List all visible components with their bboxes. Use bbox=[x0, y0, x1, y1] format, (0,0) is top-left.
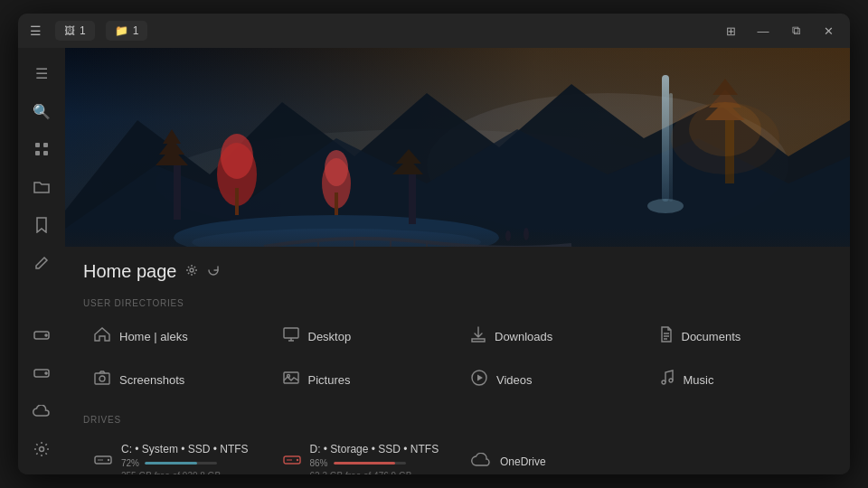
page-refresh-icon[interactable] bbox=[207, 264, 220, 279]
dir-documents[interactable]: Documents bbox=[649, 317, 833, 355]
onedrive-info: OneDrive bbox=[500, 455, 546, 468]
drive-c-name: C: • System • SSD • NTFS bbox=[121, 443, 249, 455]
svg-rect-18 bbox=[669, 93, 673, 202]
titlebar: ☰ 🖼 1 📁 1 ⊞ — ⧉ ✕ bbox=[18, 14, 850, 48]
desktop-icon bbox=[283, 327, 299, 345]
drive-d-bar-fill bbox=[334, 462, 396, 465]
drive-c-bar-fill bbox=[145, 462, 197, 465]
drive-c-size: 255 GB free of 930.8 GB bbox=[121, 471, 249, 474]
page-settings-icon[interactable] bbox=[185, 264, 198, 279]
sidebar-search-icon[interactable]: 🔍 bbox=[25, 95, 58, 127]
svg-rect-35 bbox=[235, 188, 239, 215]
sidebar-edit-icon[interactable] bbox=[25, 247, 58, 279]
svg-point-63 bbox=[296, 459, 297, 461]
page-title: Home page bbox=[83, 261, 176, 282]
dir-documents-name: Documents bbox=[682, 330, 741, 343]
svg-rect-0 bbox=[35, 143, 40, 147]
screenshots-icon bbox=[94, 371, 110, 389]
drive-c-pct: 72% bbox=[121, 458, 139, 468]
dir-pictures-name: Pictures bbox=[308, 373, 351, 387]
svg-point-32 bbox=[671, 102, 779, 174]
svg-point-52 bbox=[99, 376, 105, 381]
drive-d-item[interactable]: D: • Storage • SSD • NTFS 86% 62.3 GB fr… bbox=[272, 434, 456, 474]
svg-rect-3 bbox=[43, 151, 48, 155]
onedrive-name: OneDrive bbox=[500, 455, 546, 468]
sidebar: ☰ 🔍 bbox=[18, 48, 65, 474]
dir-downloads-name: Downloads bbox=[495, 330, 552, 343]
drive-d-name: D: • Storage • SSD • NTFS bbox=[310, 443, 439, 455]
onedrive-item[interactable]: OneDrive bbox=[460, 434, 644, 474]
drives-grid: C: • System • SSD • NTFS 72% 255 GB free… bbox=[83, 434, 832, 474]
page-content: Home page USER DI bbox=[65, 247, 850, 474]
tab1-icon: 🖼 bbox=[64, 24, 75, 37]
main-area: ☰ 🔍 bbox=[18, 48, 850, 474]
svg-rect-2 bbox=[35, 151, 40, 155]
tab-1[interactable]: 🖼 1 bbox=[55, 21, 95, 41]
close-button[interactable]: ✕ bbox=[816, 18, 841, 43]
sidebar-folder-icon[interactable] bbox=[25, 171, 58, 203]
restore-button[interactable]: ⧉ bbox=[783, 18, 808, 43]
dir-screenshots-name: Screenshots bbox=[119, 373, 184, 387]
music-icon bbox=[660, 370, 675, 389]
dir-music[interactable]: Music bbox=[649, 361, 833, 399]
drive-c-info: C: • System • SSD • NTFS 72% 255 GB free… bbox=[121, 443, 249, 474]
dir-desktop-name: Desktop bbox=[308, 330, 352, 343]
svg-rect-1 bbox=[43, 143, 48, 147]
onedrive-icon bbox=[471, 453, 491, 471]
svg-point-5 bbox=[45, 334, 47, 336]
home-icon bbox=[94, 327, 110, 345]
sidebar-bookmark-icon[interactable] bbox=[25, 209, 58, 241]
tab2-icon: 📁 bbox=[115, 24, 128, 37]
drive-c-icon bbox=[94, 452, 112, 472]
svg-point-34 bbox=[221, 134, 253, 179]
sidebar-cloud-icon[interactable] bbox=[25, 395, 58, 427]
grid-button[interactable]: ⊞ bbox=[718, 18, 743, 43]
svg-point-7 bbox=[45, 372, 47, 374]
svg-point-49 bbox=[190, 268, 193, 272]
user-directories-label: USER DIRECTORIES bbox=[83, 298, 832, 308]
svg-rect-50 bbox=[284, 328, 298, 338]
dir-home[interactable]: Home | aleks bbox=[83, 317, 267, 355]
svg-rect-51 bbox=[95, 373, 109, 384]
svg-rect-20 bbox=[174, 165, 181, 220]
drive-d-icon bbox=[283, 452, 301, 472]
tab2-count: 1 bbox=[133, 24, 139, 37]
documents-icon bbox=[660, 326, 673, 346]
dir-screenshots[interactable]: Screenshots bbox=[83, 361, 267, 399]
menu-icon[interactable]: ☰ bbox=[27, 21, 44, 41]
svg-rect-24 bbox=[409, 174, 416, 224]
dir-desktop[interactable]: Desktop bbox=[272, 317, 456, 355]
minimize-button[interactable]: — bbox=[750, 18, 776, 43]
content-area: Home page USER DI bbox=[65, 48, 850, 474]
sidebar-drive2-icon[interactable] bbox=[25, 357, 58, 389]
svg-point-8 bbox=[40, 447, 44, 452]
drive-c-item[interactable]: C: • System • SSD • NTFS 72% 255 GB free… bbox=[83, 434, 267, 474]
svg-point-57 bbox=[662, 380, 665, 384]
drive-c-bar-row: 72% bbox=[121, 458, 249, 468]
drive-d-bar-bg bbox=[334, 462, 406, 465]
svg-point-58 bbox=[669, 379, 673, 382]
app-window: ☰ 🖼 1 📁 1 ⊞ — ⧉ ✕ ☰ 🔍 bbox=[18, 14, 850, 474]
tab-2[interactable]: 📁 1 bbox=[106, 21, 148, 41]
svg-point-60 bbox=[108, 459, 109, 461]
svg-rect-38 bbox=[335, 192, 338, 215]
sidebar-settings-icon[interactable] bbox=[25, 433, 58, 465]
dir-videos[interactable]: Videos bbox=[460, 361, 644, 399]
pictures-icon bbox=[283, 371, 299, 389]
drive-d-pct: 86% bbox=[310, 458, 328, 468]
titlebar-right: ⊞ — ⧉ ✕ bbox=[718, 18, 841, 43]
dir-pictures[interactable]: Pictures bbox=[272, 361, 456, 399]
drive-c-bar-bg bbox=[145, 462, 217, 465]
titlebar-left: ☰ 🖼 1 📁 1 bbox=[27, 21, 147, 41]
sidebar-bottom bbox=[25, 319, 58, 465]
sidebar-menu-icon[interactable]: ☰ bbox=[25, 57, 58, 89]
dir-downloads[interactable]: Downloads bbox=[460, 317, 644, 355]
dir-videos-name: Videos bbox=[496, 373, 533, 387]
sidebar-apps-icon[interactable] bbox=[25, 133, 58, 165]
videos-icon bbox=[471, 370, 487, 389]
dir-home-name: Home | aleks bbox=[119, 330, 188, 343]
downloads-icon bbox=[471, 326, 486, 346]
sidebar-drive1-icon[interactable] bbox=[25, 319, 58, 352]
drives-label: DRIVES bbox=[83, 415, 832, 425]
svg-point-19 bbox=[647, 199, 684, 213]
